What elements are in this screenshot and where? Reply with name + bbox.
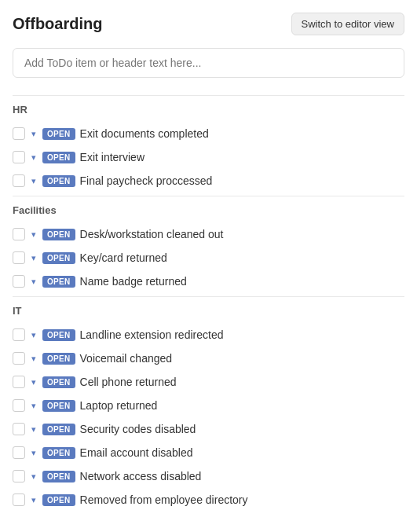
- section-label-facilities: Facilities: [13, 203, 404, 218]
- todo-checkbox[interactable]: [13, 151, 25, 163]
- todo-item: ▾OPENLaptop returned: [13, 394, 404, 417]
- todo-checkbox[interactable]: [13, 228, 25, 240]
- chevron-down-icon[interactable]: ▾: [30, 152, 38, 163]
- todo-item: ▾OPENDesk/workstation cleaned out: [13, 222, 404, 246]
- section-facilities: Facilities▾OPENDesk/workstation cleaned …: [13, 196, 404, 293]
- todo-text: Removed from employee directory: [80, 493, 404, 506]
- chevron-down-icon[interactable]: ▾: [30, 354, 38, 364]
- todo-text: Voicemail changed: [80, 352, 404, 365]
- chevron-down-icon[interactable]: ▾: [30, 129, 38, 139]
- todo-checkbox[interactable]: [13, 446, 25, 459]
- todo-item: ▾OPENLandline extension redirected: [13, 323, 404, 347]
- todo-text: Email account disabled: [80, 446, 404, 459]
- page-title: Offboarding: [13, 15, 102, 33]
- todo-text: Exit documents completed: [80, 127, 404, 140]
- section-it: IT▾OPENLandline extension redirected▾OPE…: [13, 296, 404, 512]
- chevron-down-icon[interactable]: ▾: [30, 229, 38, 240]
- todo-item: ▾OPENKey/card returned: [13, 246, 404, 270]
- todo-item: ▾OPENVoicemail changed: [13, 347, 404, 370]
- todo-checkbox[interactable]: [13, 174, 25, 187]
- chevron-down-icon[interactable]: ▾: [30, 448, 38, 458]
- todo-item: ▾OPENName badge returned: [13, 270, 404, 293]
- todo-text: Key/card returned: [80, 251, 404, 264]
- chevron-down-icon[interactable]: ▾: [30, 471, 38, 482]
- chevron-down-icon[interactable]: ▾: [30, 495, 38, 505]
- status-badge: OPEN: [42, 353, 75, 365]
- section-label-it: IT: [13, 303, 404, 318]
- todo-item: ▾OPENExit documents completed: [13, 122, 404, 145]
- todo-checkbox[interactable]: [13, 493, 25, 506]
- status-badge: OPEN: [42, 447, 75, 459]
- status-badge: OPEN: [42, 252, 75, 264]
- todo-text: Name badge returned: [80, 275, 404, 288]
- todo-checkbox[interactable]: [13, 470, 25, 482]
- todo-item: ▾OPENEmail account disabled: [13, 441, 404, 464]
- todo-text: Landline extension redirected: [80, 328, 404, 341]
- page-header: Offboarding Switch to editor view: [13, 13, 404, 35]
- todo-text: Final paycheck proccessed: [80, 174, 404, 187]
- chevron-down-icon[interactable]: ▾: [30, 330, 38, 340]
- chevron-down-icon[interactable]: ▾: [30, 377, 38, 387]
- status-badge: OPEN: [42, 128, 75, 140]
- todo-item: ▾OPENFinal paycheck proccessed: [13, 169, 404, 193]
- status-badge: OPEN: [42, 376, 75, 388]
- chevron-down-icon[interactable]: ▾: [30, 401, 38, 411]
- status-badge: OPEN: [42, 229, 75, 240]
- todo-text: Desk/workstation cleaned out: [80, 228, 404, 240]
- section-hr: HR▾OPENExit documents completed▾OPENExit…: [13, 95, 404, 193]
- todo-checkbox[interactable]: [13, 399, 25, 412]
- status-badge: OPEN: [42, 152, 75, 163]
- todo-checkbox[interactable]: [13, 352, 25, 365]
- status-badge: OPEN: [42, 471, 75, 482]
- todo-text: Exit interview: [80, 151, 404, 163]
- todo-item: ▾OPENNetwork access disabled: [13, 464, 404, 488]
- section-divider-facilities: [13, 196, 404, 196]
- todo-checkbox[interactable]: [13, 376, 25, 388]
- switch-to-editor-button[interactable]: Switch to editor view: [291, 13, 405, 35]
- status-badge: OPEN: [42, 400, 75, 412]
- todo-text: Laptop returned: [80, 399, 404, 412]
- status-badge: OPEN: [42, 494, 75, 506]
- section-divider-it: [13, 296, 404, 297]
- todo-checkbox[interactable]: [13, 328, 25, 341]
- todo-text: Network access disabled: [80, 470, 404, 482]
- sections-container: HR▾OPENExit documents completed▾OPENExit…: [13, 95, 404, 512]
- todo-item: ▾OPENRemoved from employee directory: [13, 488, 404, 512]
- section-divider-hr: [13, 95, 404, 96]
- section-label-hr: HR: [13, 102, 404, 117]
- chevron-down-icon[interactable]: ▾: [30, 253, 38, 263]
- todo-text: Cell phone returned: [80, 376, 404, 388]
- todo-checkbox[interactable]: [13, 275, 25, 288]
- status-badge: OPEN: [42, 175, 75, 187]
- todo-item: ▾OPENSecurity codes disabled: [13, 417, 404, 441]
- status-badge: OPEN: [42, 329, 75, 341]
- todo-checkbox[interactable]: [13, 251, 25, 264]
- todo-item: ▾OPENCell phone returned: [13, 370, 404, 394]
- todo-text: Security codes disabled: [80, 423, 404, 435]
- chevron-down-icon[interactable]: ▾: [30, 277, 38, 287]
- status-badge: OPEN: [42, 424, 75, 435]
- chevron-down-icon[interactable]: ▾: [30, 176, 38, 186]
- chevron-down-icon[interactable]: ▾: [30, 424, 38, 435]
- todo-checkbox[interactable]: [13, 127, 25, 140]
- todo-checkbox[interactable]: [13, 423, 25, 435]
- todo-item: ▾OPENExit interview: [13, 145, 404, 169]
- add-todo-input[interactable]: [13, 48, 404, 78]
- status-badge: OPEN: [42, 276, 75, 288]
